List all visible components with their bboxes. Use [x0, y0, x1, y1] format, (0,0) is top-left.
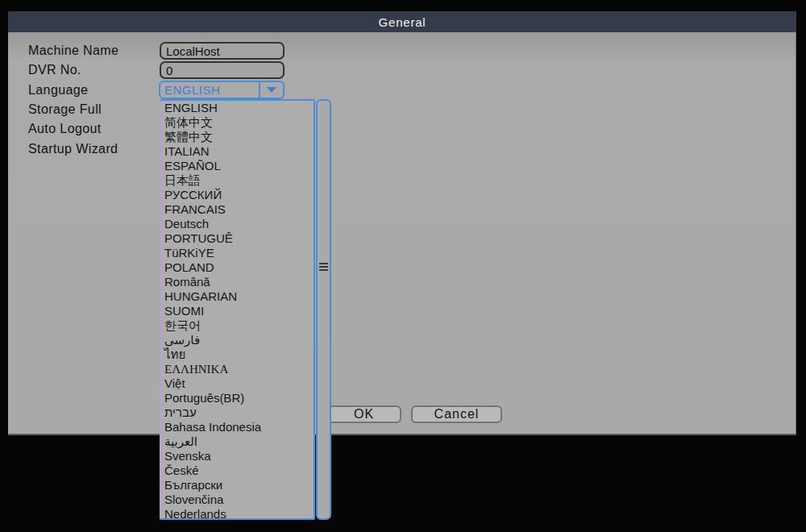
- language-option[interactable]: ENGLISH: [161, 101, 314, 115]
- language-option[interactable]: POLAND: [161, 260, 314, 275]
- language-option[interactable]: Bahasa Indonesia: [161, 420, 314, 434]
- storage-full-label: Storage Full: [28, 102, 102, 118]
- dvr-no-input[interactable]: [160, 61, 285, 79]
- language-option[interactable]: РУССКИЙ: [161, 188, 314, 202]
- ok-button[interactable]: OK: [326, 405, 401, 423]
- language-option[interactable]: PORTUGUÊ: [161, 231, 314, 246]
- language-option[interactable]: SUOMI: [161, 304, 314, 318]
- startup-wizard-label: Startup Wizard: [28, 142, 118, 157]
- dvr-no-label: DVR No.: [28, 63, 81, 78]
- language-option[interactable]: HUNGARIAN: [161, 289, 314, 304]
- language-option[interactable]: Português(BR): [161, 391, 314, 405]
- language-label: Language: [28, 83, 88, 98]
- language-option[interactable]: FRANCAIS: [161, 202, 314, 217]
- language-dropdown-button[interactable]: [259, 82, 283, 98]
- language-option[interactable]: 日本語: [161, 173, 314, 188]
- language-option[interactable]: ESPAÑOL: [161, 159, 314, 173]
- dialog-titlebar: General: [8, 11, 796, 32]
- language-option[interactable]: Việt: [161, 376, 314, 391]
- language-option[interactable]: Svenska: [161, 449, 314, 463]
- dialog-title: General: [379, 15, 426, 29]
- auto-logout-label: Auto Logout: [28, 122, 102, 137]
- language-list: ENGLISH简体中文繁體中文ITALIANESPAÑOL日本語РУССКИЙF…: [160, 99, 315, 520]
- language-option[interactable]: 한국어: [161, 318, 314, 333]
- language-option[interactable]: Slovenčina: [161, 493, 314, 507]
- language-list-scrollbar[interactable]: [316, 99, 331, 520]
- language-option[interactable]: České: [161, 463, 314, 478]
- language-option[interactable]: فارسی: [161, 333, 314, 347]
- language-selected-value: ENGLISH: [160, 83, 259, 97]
- language-option[interactable]: Deutsch: [161, 217, 314, 231]
- dialog-body: [8, 32, 796, 435]
- language-option[interactable]: Nederlands: [161, 507, 314, 520]
- language-option[interactable]: العربية: [161, 434, 314, 449]
- cancel-button[interactable]: Cancel: [411, 405, 502, 423]
- language-option[interactable]: 简体中文: [161, 115, 314, 130]
- language-option[interactable]: Română: [161, 275, 314, 289]
- language-select[interactable]: ENGLISH: [159, 81, 285, 99]
- machine-name-input[interactable]: [160, 42, 285, 60]
- language-option[interactable]: 繁體中文: [161, 130, 314, 144]
- language-option[interactable]: עברית: [161, 405, 314, 420]
- language-option[interactable]: ΕΛΛΗΝΙΚΑ: [161, 362, 314, 376]
- language-option[interactable]: Български: [161, 478, 314, 493]
- language-option[interactable]: ITALIAN: [161, 144, 314, 159]
- chevron-down-icon: [267, 87, 276, 93]
- scrollbar-grip-icon[interactable]: [319, 266, 328, 268]
- language-option[interactable]: ไทย: [161, 347, 314, 362]
- language-option[interactable]: TüRKiYE: [161, 246, 314, 260]
- machine-name-label: Machine Name: [28, 44, 118, 59]
